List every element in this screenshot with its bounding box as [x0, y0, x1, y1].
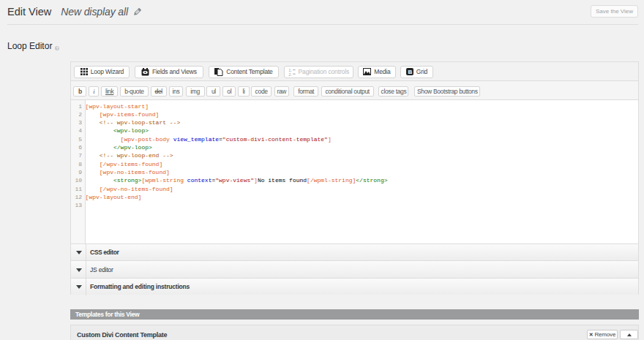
svg-text:2.: 2.: [288, 72, 292, 75]
svg-text:B: B: [408, 69, 412, 75]
